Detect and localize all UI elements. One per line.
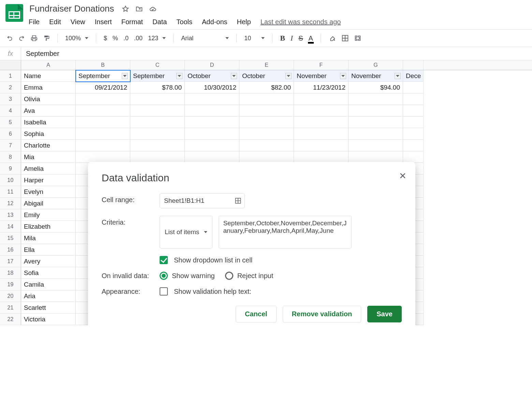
menu-format[interactable]: Format <box>121 18 143 26</box>
select-range-icon[interactable] <box>235 197 241 204</box>
cell-A17[interactable]: Avery <box>21 256 76 267</box>
strike-button[interactable]: S <box>298 34 303 42</box>
cell-A6[interactable]: Sophia <box>21 128 76 140</box>
cell-H8[interactable] <box>403 151 424 163</box>
font-size-select[interactable]: 10 <box>244 35 265 42</box>
cell-A5[interactable]: Isabella <box>21 117 76 128</box>
cell-A19[interactable]: Camila <box>21 279 76 290</box>
print-button[interactable] <box>31 35 38 42</box>
row-header-13[interactable]: 13 <box>0 209 21 221</box>
cell-G4[interactable] <box>349 105 403 117</box>
text-color-button[interactable]: A <box>309 34 313 42</box>
document-title[interactable]: Fundraiser Donations <box>28 3 116 15</box>
cell-G6[interactable] <box>349 128 403 140</box>
row-header-1[interactable]: 1 <box>0 70 21 82</box>
cell-G7[interactable] <box>349 140 403 151</box>
row-header-10[interactable]: 10 <box>0 175 21 186</box>
cell-E6[interactable] <box>239 128 294 140</box>
cell-F1[interactable]: November <box>294 70 349 82</box>
row-header-21[interactable]: 21 <box>0 302 21 314</box>
cell-B6[interactable] <box>76 128 130 140</box>
col-header-C[interactable]: C <box>130 60 185 70</box>
cell-F3[interactable] <box>294 93 349 105</box>
row-header-15[interactable]: 15 <box>0 232 21 244</box>
cell-C5[interactable] <box>130 117 185 128</box>
close-button[interactable]: ✕ <box>399 171 407 181</box>
col-header-F[interactable]: F <box>294 60 349 70</box>
cell-A2[interactable]: Emma <box>21 82 76 93</box>
cell-range-input[interactable] <box>160 193 245 208</box>
cell-B7[interactable] <box>76 140 130 151</box>
percent-format-button[interactable]: % <box>113 35 118 42</box>
row-header-19[interactable]: 19 <box>0 279 21 290</box>
cell-E1[interactable]: October <box>239 70 294 82</box>
cell-A3[interactable]: Olivia <box>21 93 76 105</box>
cell-D6[interactable] <box>185 128 239 140</box>
dropdown-icon[interactable] <box>285 73 292 79</box>
dropdown-icon[interactable] <box>122 73 128 79</box>
row-header-9[interactable]: 9 <box>0 163 21 175</box>
undo-button[interactable] <box>6 35 13 42</box>
cell-A18[interactable]: Sofia <box>21 267 76 279</box>
cell-D8[interactable] <box>185 151 239 163</box>
cell-B1[interactable]: September <box>76 70 130 82</box>
formula-bar-input[interactable]: September <box>21 50 59 58</box>
cell-H6[interactable] <box>403 128 424 140</box>
cell-A1[interactable]: Name <box>21 70 76 82</box>
dropdown-icon[interactable] <box>176 73 182 79</box>
row-header-5[interactable]: 5 <box>0 117 21 128</box>
cell-D5[interactable] <box>185 117 239 128</box>
remove-validation-button[interactable]: Remove validation <box>283 306 361 322</box>
cell-B5[interactable] <box>76 117 130 128</box>
show-warning-radio[interactable] <box>160 272 168 280</box>
col-header-H[interactable] <box>403 60 424 70</box>
cell-E5[interactable] <box>239 117 294 128</box>
cell-B8[interactable] <box>76 151 130 163</box>
select-all-corner[interactable] <box>0 60 21 70</box>
cell-C1[interactable]: September <box>130 70 185 82</box>
cell-F2[interactable]: 11/23/2012 <box>294 82 349 93</box>
row-header-22[interactable]: 22 <box>0 314 21 325</box>
menu-addons[interactable]: Add-ons <box>202 18 227 26</box>
cell-G1[interactable]: November <box>349 70 403 82</box>
cell-A21[interactable]: Scarlett <box>21 302 76 314</box>
reject-input-radio[interactable] <box>225 272 233 280</box>
cell-F8[interactable] <box>294 151 349 163</box>
cell-H5[interactable] <box>403 117 424 128</box>
row-header-3[interactable]: 3 <box>0 93 21 105</box>
cell-D7[interactable] <box>185 140 239 151</box>
borders-button[interactable] <box>341 34 349 42</box>
cell-C6[interactable] <box>130 128 185 140</box>
cell-A11[interactable]: Evelyn <box>21 186 76 198</box>
cell-A7[interactable]: Charlotte <box>21 140 76 151</box>
cell-E4[interactable] <box>239 105 294 117</box>
cell-E3[interactable] <box>239 93 294 105</box>
increase-decimal-button[interactable]: .00 <box>134 35 143 42</box>
row-header-11[interactable]: 11 <box>0 186 21 198</box>
cell-A22[interactable]: Victoria <box>21 314 76 325</box>
row-header-8[interactable]: 8 <box>0 151 21 163</box>
cell-A14[interactable]: Elizabeth <box>21 221 76 232</box>
menu-insert[interactable]: Insert <box>95 18 112 26</box>
cell-C8[interactable] <box>130 151 185 163</box>
cell-G3[interactable] <box>349 93 403 105</box>
row-header-6[interactable]: 6 <box>0 128 21 140</box>
cell-H7[interactable] <box>403 140 424 151</box>
cell-D4[interactable] <box>185 105 239 117</box>
menu-data[interactable]: Data <box>152 18 167 26</box>
col-header-A[interactable]: A <box>21 60 76 70</box>
cell-B3[interactable] <box>76 93 130 105</box>
merge-cells-button[interactable] <box>354 35 361 42</box>
bold-button[interactable]: B <box>280 34 285 43</box>
more-formats-button[interactable]: 123 <box>148 35 166 42</box>
col-header-B[interactable]: B <box>76 60 130 70</box>
cell-E7[interactable] <box>239 140 294 151</box>
sheets-app-icon[interactable] <box>5 4 23 22</box>
decrease-decimal-button[interactable]: .0 <box>123 35 129 42</box>
cell-H4[interactable] <box>403 105 424 117</box>
cell-C4[interactable] <box>130 105 185 117</box>
cell-C3[interactable] <box>130 93 185 105</box>
col-header-G[interactable]: G <box>349 60 403 70</box>
currency-format-button[interactable]: $ <box>104 35 107 42</box>
show-dropdown-checkbox[interactable] <box>160 256 168 264</box>
